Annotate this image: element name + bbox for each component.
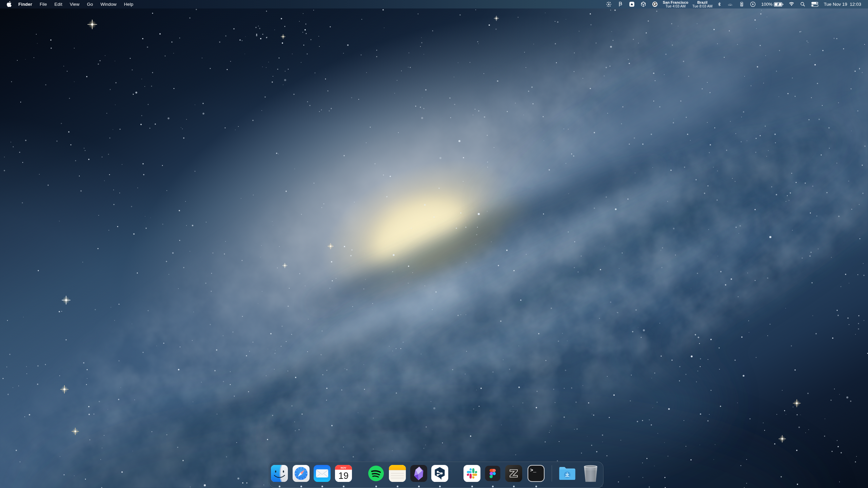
svg-text:NOV: NOV [341, 466, 346, 469]
svg-text:19: 19 [338, 471, 349, 481]
svg-text:>_: >_ [530, 468, 537, 473]
